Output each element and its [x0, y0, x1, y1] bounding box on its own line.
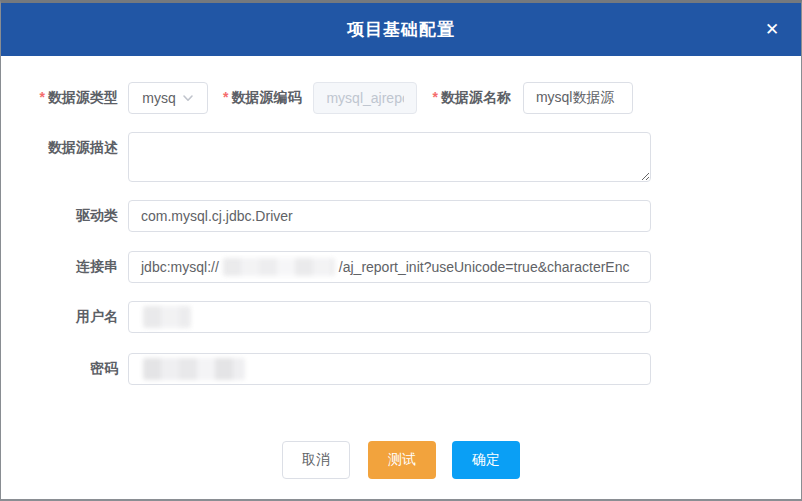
dialog-footer: 取消 测试 确定 — [1, 441, 801, 479]
datasource-config-dialog: 项目基础配置 ✕ *数据源类型 mysq *数据源编码 *数据源名称 数据源描述… — [0, 0, 802, 501]
required-mark: * — [40, 89, 45, 105]
datasource-name-label: *数据源名称 — [432, 89, 510, 107]
connection-value-prefix: jdbc:mysql:// — [141, 259, 219, 275]
form-row-basic: *数据源类型 mysq *数据源编码 *数据源名称 — [1, 82, 801, 114]
chevron-down-icon — [182, 92, 194, 104]
form-row-driver: 驱动类 — [1, 200, 801, 232]
datasource-code-label: *数据源编码 — [223, 89, 301, 107]
redacted-password-value — [143, 358, 245, 380]
connection-value-suffix: /aj_report_init?useUnicode=true&characte… — [339, 259, 630, 275]
datasource-code-input — [313, 82, 417, 114]
cancel-button[interactable]: 取消 — [282, 441, 350, 479]
required-mark: * — [432, 89, 437, 105]
test-button[interactable]: 测试 — [368, 441, 436, 479]
required-mark: * — [223, 89, 228, 105]
redacted-username-value — [143, 306, 191, 328]
connection-label: 连接串 — [1, 258, 118, 276]
dialog-header: 项目基础配置 ✕ — [1, 3, 801, 56]
description-textarea[interactable] — [128, 132, 651, 182]
driver-input[interactable] — [128, 200, 651, 232]
dialog-title: 项目基础配置 — [347, 18, 455, 41]
confirm-button[interactable]: 确定 — [452, 441, 520, 479]
description-label: 数据源描述 — [1, 139, 118, 157]
username-label: 用户名 — [1, 308, 118, 326]
driver-label: 驱动类 — [1, 207, 118, 225]
dialog-body: *数据源类型 mysq *数据源编码 *数据源名称 数据源描述 驱动类 连接串 … — [1, 56, 801, 479]
form-row-connection: 连接串 jdbc:mysql:// /aj_report_init?useUni… — [1, 251, 801, 283]
datasource-name-input[interactable] — [523, 82, 633, 114]
form-row-password: 密码 — [1, 353, 801, 385]
redacted-host-segment — [223, 258, 335, 276]
password-label: 密码 — [1, 360, 118, 378]
form-row-username: 用户名 — [1, 301, 801, 333]
datasource-type-value: mysq — [142, 90, 175, 106]
close-icon[interactable]: ✕ — [757, 15, 787, 45]
connection-input[interactable]: jdbc:mysql:// /aj_report_init?useUnicode… — [128, 251, 651, 283]
datasource-type-select[interactable]: mysq — [128, 82, 208, 114]
form-row-description: 数据源描述 — [1, 132, 801, 182]
datasource-type-label: *数据源类型 — [1, 89, 118, 107]
username-input[interactable] — [128, 301, 651, 333]
password-input[interactable] — [128, 353, 651, 385]
